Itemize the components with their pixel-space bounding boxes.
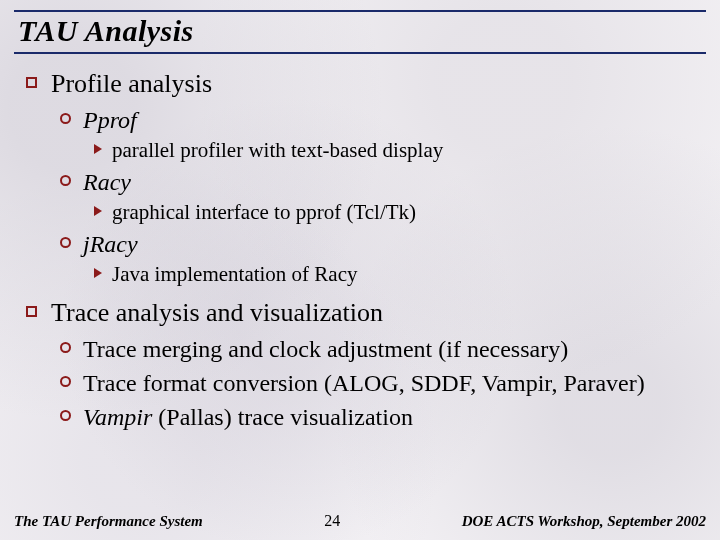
item-name: jRacy — [83, 229, 138, 259]
item-name: Vampir (Pallas) trace visualization — [83, 402, 413, 432]
circle-bullet-icon — [60, 113, 71, 124]
item-name: Racy — [83, 167, 131, 197]
item-jracy: jRacy — [26, 229, 700, 259]
detail-text: graphical interface to pprof (Tcl/Tk) — [112, 199, 416, 225]
slide-footer: The TAU Performance System 24 DOE ACTS W… — [14, 512, 706, 530]
circle-bullet-icon — [60, 410, 71, 421]
item-pprof: Pprof — [26, 105, 700, 135]
section-heading: Trace analysis and visualization — [51, 297, 383, 330]
footer-page-number: 24 — [324, 512, 340, 530]
item-racy: Racy — [26, 167, 700, 197]
detail-jracy: Java implementation of Racy — [26, 261, 700, 287]
slide-content: Profile analysis Pprof parallel profiler… — [26, 62, 700, 432]
item-trace-merging: Trace merging and clock adjustment (if n… — [26, 334, 700, 364]
footer-right: DOE ACTS Workshop, September 2002 — [462, 513, 706, 530]
item-name: Trace merging and clock adjustment (if n… — [83, 334, 568, 364]
detail-text: Java implementation of Racy — [112, 261, 358, 287]
item-trace-format: Trace format conversion (ALOG, SDDF, Vam… — [26, 368, 700, 398]
detail-racy: graphical interface to pprof (Tcl/Tk) — [26, 199, 700, 225]
triangle-bullet-icon — [94, 206, 102, 216]
square-bullet-icon — [26, 306, 37, 317]
triangle-bullet-icon — [94, 268, 102, 278]
circle-bullet-icon — [60, 237, 71, 248]
item-name: Trace format conversion (ALOG, SDDF, Vam… — [83, 368, 645, 398]
detail-pprof: parallel profiler with text-based displa… — [26, 137, 700, 163]
section-profile-analysis: Profile analysis — [26, 68, 700, 101]
slide-title-bar: TAU Analysis — [14, 10, 706, 54]
item-name: Pprof — [83, 105, 137, 135]
circle-bullet-icon — [60, 342, 71, 353]
triangle-bullet-icon — [94, 144, 102, 154]
section-heading: Profile analysis — [51, 68, 212, 101]
section-trace-analysis: Trace analysis and visualization — [26, 297, 700, 330]
item-vampir: Vampir (Pallas) trace visualization — [26, 402, 700, 432]
detail-text: parallel profiler with text-based displa… — [112, 137, 443, 163]
circle-bullet-icon — [60, 376, 71, 387]
circle-bullet-icon — [60, 175, 71, 186]
slide-title: TAU Analysis — [18, 14, 702, 48]
square-bullet-icon — [26, 77, 37, 88]
footer-left: The TAU Performance System — [14, 513, 203, 530]
